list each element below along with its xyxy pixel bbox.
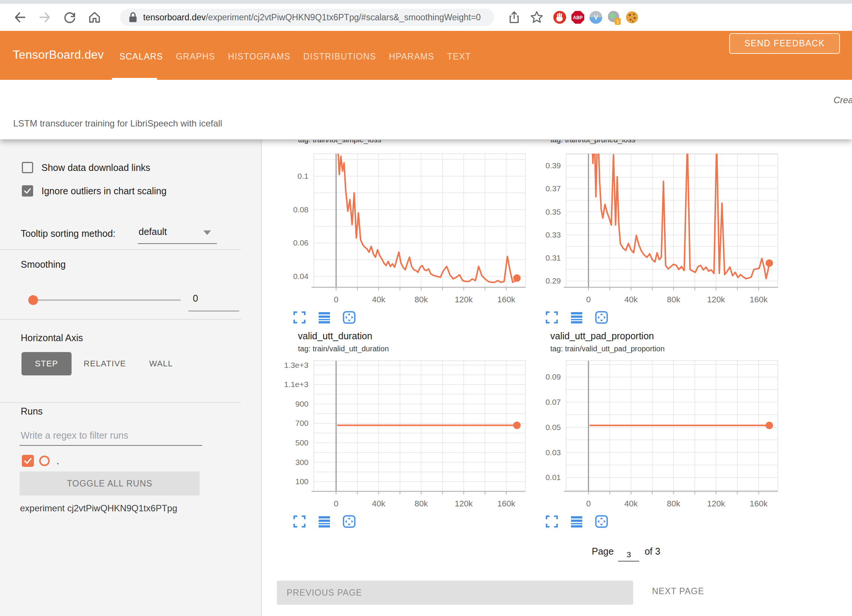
scalar-chart[interactable]: 0.010.030.050.070.09040k80k120k160k	[528, 358, 782, 513]
created-text: Crea	[834, 95, 852, 105]
svg-text:V: V	[594, 14, 598, 21]
svg-text:0: 0	[586, 499, 591, 508]
tooltip-sorting-select[interactable]: default	[139, 226, 167, 237]
forward-icon[interactable]	[38, 10, 52, 24]
smoothing-slider[interactable]	[29, 299, 181, 301]
chart-title: valid_utt_duration	[298, 331, 529, 342]
chevron-down-icon[interactable]	[203, 230, 211, 235]
fullscreen-icon[interactable]	[293, 515, 306, 528]
data-table-icon[interactable]	[318, 311, 331, 324]
fullscreen-icon[interactable]	[545, 311, 559, 324]
page-number-input[interactable]: 3	[618, 550, 639, 562]
fit-domain-icon[interactable]	[595, 515, 608, 528]
profile-extension-icon[interactable]: 1	[606, 10, 621, 25]
chart-tag: tag: train/valid_utt_pad_proportion	[550, 345, 782, 353]
share-icon[interactable]	[507, 10, 521, 24]
chart-actions	[293, 515, 529, 528]
url-domain: tensorboard.dev	[143, 12, 206, 22]
svg-text:0.37: 0.37	[545, 184, 561, 193]
svg-text:0.05: 0.05	[545, 423, 561, 432]
scalar-chart[interactable]: 0.040.060.080.1040k80k120k160k	[276, 151, 529, 309]
svg-text:0: 0	[334, 499, 338, 508]
tab-distributions[interactable]: DISTRIBUTIONS	[297, 52, 382, 62]
bookmark-star-icon[interactable]	[530, 10, 544, 24]
svg-text:300: 300	[295, 458, 308, 467]
scalar-chart[interactable]: 1003005007009001.1e+31.3e+3040k80k120k16…	[276, 358, 529, 513]
svg-text:80k: 80k	[414, 295, 428, 304]
toggle-all-runs-button[interactable]: TOGGLE ALL RUNS	[20, 471, 200, 496]
smoothing-label: Smoothing	[21, 259, 66, 270]
svg-text:0.04: 0.04	[293, 272, 308, 281]
tooltip-sorting-label: Tooltip sorting method:	[21, 228, 116, 239]
checkbox-unchecked-icon[interactable]	[22, 162, 33, 173]
pagination-row: Page 3 of 3	[592, 546, 660, 559]
select-underline	[138, 243, 217, 244]
svg-text:160k: 160k	[497, 499, 516, 508]
svg-text:0.03: 0.03	[545, 448, 561, 457]
svg-text:0.33: 0.33	[545, 230, 561, 239]
fit-domain-icon[interactable]	[342, 515, 356, 528]
previous-page-button[interactable]: PREVIOUS PAGE	[277, 581, 633, 605]
chart-tag: tag: train/valid_utt_duration	[298, 345, 529, 353]
tab-scalars[interactable]: SCALARS	[113, 52, 169, 62]
toolbar-right: ABP V 1	[500, 10, 643, 25]
scalar-chart[interactable]: 0.290.310.330.350.370.39040k80k120k160k	[528, 151, 782, 309]
svg-text:0.09: 0.09	[545, 372, 561, 381]
tab-text[interactable]: TEXT	[441, 52, 478, 62]
axis-wall-button[interactable]: WALL	[147, 358, 175, 369]
fit-domain-icon[interactable]	[595, 311, 608, 324]
vimium-extension-icon[interactable]: V	[588, 10, 603, 25]
runs-filter-underline	[20, 445, 202, 446]
cookie-extension-icon[interactable]	[624, 10, 640, 25]
send-feedback-button[interactable]: SEND FEEDBACK	[729, 33, 840, 54]
content: Show data download links Ignore outliers…	[0, 139, 852, 616]
adblock-hand-extension-icon[interactable]	[552, 10, 567, 25]
slider-thumb[interactable]	[28, 295, 38, 305]
smoothing-value[interactable]: 0	[193, 293, 198, 304]
tab-histograms[interactable]: HISTOGRAMS	[221, 52, 297, 62]
ignore-outliers-checkbox-row[interactable]: Ignore outliers in chart scaling	[22, 185, 166, 197]
run-checkbox[interactable]	[22, 455, 34, 467]
svg-text:160k: 160k	[750, 295, 768, 304]
experiment-title: LSTM transducer training for LibriSpeech…	[13, 118, 222, 129]
data-table-icon[interactable]	[570, 515, 583, 528]
runs-filter-input[interactable]: Write a regex to filter runs	[21, 430, 128, 441]
svg-text:120k: 120k	[455, 295, 473, 304]
svg-text:160k: 160k	[497, 295, 516, 304]
app-logo: TensorBoard.dev	[13, 48, 104, 62]
next-page-button[interactable]: NEXT PAGE	[650, 586, 707, 597]
svg-text:0: 0	[586, 295, 591, 304]
svg-text:40k: 40k	[624, 295, 638, 304]
fullscreen-icon[interactable]	[293, 311, 306, 324]
chart-tag-clipped: tag: train/tot_simple_loss	[276, 140, 529, 146]
axis-relative-button[interactable]: RELATIVE	[81, 358, 128, 369]
app-header: TensorBoard.dev SCALARS GRAPHS HISTOGRAM…	[0, 31, 852, 80]
run-color-swatch	[39, 456, 50, 466]
divider	[0, 319, 241, 320]
charts-main: tag: train/tot_simple_loss 0.040.060.080…	[262, 139, 852, 616]
chart-card: valid_utt_duration tag: train/valid_utt_…	[276, 331, 529, 528]
svg-text:0.01: 0.01	[545, 473, 561, 482]
home-icon[interactable]	[87, 10, 102, 24]
svg-text:0.35: 0.35	[545, 207, 561, 216]
back-icon[interactable]	[13, 10, 27, 24]
abp-extension-icon[interactable]: ABP	[570, 10, 585, 25]
axis-step-button[interactable]: STEP	[21, 352, 72, 375]
tab-hparams[interactable]: HPARAMS	[383, 52, 441, 62]
fullscreen-icon[interactable]	[545, 515, 559, 528]
svg-text:700: 700	[295, 419, 308, 427]
fit-domain-icon[interactable]	[342, 311, 356, 324]
svg-text:120k: 120k	[707, 295, 725, 304]
tab-graphs[interactable]: GRAPHS	[169, 52, 221, 62]
data-table-icon[interactable]	[570, 311, 583, 324]
data-table-icon[interactable]	[318, 515, 331, 528]
show-download-links-checkbox-row[interactable]: Show data download links	[22, 162, 150, 173]
refresh-icon[interactable]	[63, 10, 77, 24]
url-path: /experiment/cj2vtPiwQHKN9Q1tx6PTpg/#scal…	[206, 12, 481, 22]
chart-card: tag: train/tot_pruned_loss 0.290.310.330…	[528, 140, 782, 324]
checkbox-label: Ignore outliers in chart scaling	[41, 186, 166, 197]
svg-text:80k: 80k	[667, 499, 680, 508]
checkbox-checked-icon[interactable]	[22, 185, 33, 197]
address-bar[interactable]: tensorboard.dev/experiment/cj2vtPiwQHKN9…	[120, 9, 494, 26]
svg-text:120k: 120k	[455, 499, 473, 508]
